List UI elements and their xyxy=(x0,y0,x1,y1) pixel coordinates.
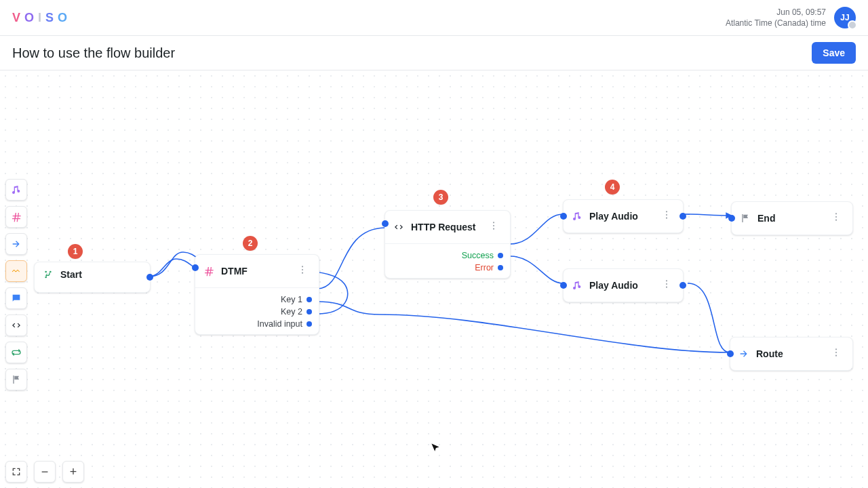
tool-audio[interactable] xyxy=(5,179,27,201)
flow-canvas[interactable]: 1234 Start DTMF Key 1 Key 2 Invalid inpu… xyxy=(0,70,868,488)
fit-button[interactable] xyxy=(5,461,27,483)
node-menu-button[interactable] xyxy=(828,209,844,228)
port-label: Key 2 xyxy=(281,307,302,317)
node-menu-button[interactable] xyxy=(828,344,844,363)
tool-rail xyxy=(5,179,26,390)
zoom-in-label: + xyxy=(70,465,77,479)
clock: Jun 05, 09:57 Atlantic Time (Canada) tim… xyxy=(726,7,826,28)
music-icon xyxy=(572,211,583,222)
music-icon xyxy=(11,184,22,195)
node-title: Play Audio xyxy=(589,280,638,291)
tool-broadcast[interactable] xyxy=(5,260,27,282)
tool-route[interactable] xyxy=(5,233,27,255)
port-out[interactable] xyxy=(146,274,153,281)
branch-icon xyxy=(43,269,54,280)
divider xyxy=(195,287,319,288)
tool-loop[interactable] xyxy=(5,342,27,363)
avatar[interactable]: JJ xyxy=(834,7,856,28)
chat-icon xyxy=(11,293,22,304)
port-in[interactable] xyxy=(727,350,734,357)
node-menu-button[interactable] xyxy=(658,276,675,295)
port-dot[interactable] xyxy=(307,309,312,314)
tool-message[interactable] xyxy=(5,287,27,309)
node-title: Start xyxy=(60,269,82,280)
node-play-audio[interactable]: Play Audio xyxy=(563,268,684,302)
port[interactable]: Invalid input xyxy=(202,319,312,329)
dots-icon xyxy=(831,347,842,358)
port-label: Key 1 xyxy=(281,295,302,304)
brand-letter: O xyxy=(24,11,37,25)
port[interactable]: Error xyxy=(392,263,503,272)
brand-letter: S xyxy=(45,11,56,25)
node-menu-button[interactable] xyxy=(294,262,311,281)
hash-icon xyxy=(11,211,22,222)
code-icon xyxy=(393,222,404,232)
port[interactable]: Success xyxy=(392,251,503,260)
brand-letter: I xyxy=(38,11,44,25)
brand-letter: O xyxy=(58,11,70,25)
tool-dtmf[interactable] xyxy=(5,206,27,228)
view-controls: − + xyxy=(5,461,84,483)
clock-time: Jun 05, 09:57 xyxy=(776,7,826,18)
arrow-r-icon xyxy=(11,239,22,249)
code-icon xyxy=(11,320,22,331)
node-menu-button[interactable] xyxy=(486,218,502,237)
account-area: Jun 05, 09:57 Atlantic Time (Canada) tim… xyxy=(726,7,856,28)
step-badge: 4 xyxy=(605,180,620,195)
app-bar: V O I S O Jun 05, 09:57 Atlantic Time (C… xyxy=(0,0,868,36)
dots-icon xyxy=(661,209,672,220)
fullscreen-icon xyxy=(11,466,22,477)
port-in[interactable] xyxy=(560,282,567,289)
flag-icon xyxy=(740,213,751,224)
port-in[interactable] xyxy=(382,220,389,227)
port-label: Success xyxy=(462,251,494,260)
clock-zone: Atlantic Time (Canada) time xyxy=(726,18,826,28)
zoom-out-button[interactable]: − xyxy=(34,461,56,483)
ports: Key 1 Key 2 Invalid input xyxy=(195,291,319,334)
step-badge: 3 xyxy=(433,190,448,205)
tool-end[interactable] xyxy=(5,369,27,390)
cursor-icon xyxy=(430,443,441,453)
port-in[interactable] xyxy=(192,264,199,271)
step-badge: 2 xyxy=(243,236,258,251)
divider xyxy=(385,243,510,244)
zoom-out-label: − xyxy=(41,465,49,479)
port-in[interactable] xyxy=(560,213,567,220)
loop-icon xyxy=(11,347,22,358)
port-dot[interactable] xyxy=(498,253,503,258)
title-bar: How to use the flow builder Save xyxy=(0,36,868,70)
page-title: How to use the flow builder xyxy=(12,45,175,61)
brand: V O I S O xyxy=(12,11,70,25)
node-start[interactable]: Start xyxy=(34,262,151,293)
music-icon xyxy=(572,280,583,291)
port[interactable]: Key 1 xyxy=(202,295,312,304)
node-title: DTMF xyxy=(221,266,248,277)
brand-letter: V xyxy=(12,11,23,25)
node-title: Route xyxy=(756,348,783,359)
node-route[interactable]: Route xyxy=(730,337,853,371)
node-play-audio[interactable]: Play Audio xyxy=(563,199,684,233)
node-end[interactable]: End xyxy=(731,201,853,235)
zoom-in-button[interactable]: + xyxy=(62,461,84,483)
ports: Success Error xyxy=(385,247,510,278)
port-out[interactable] xyxy=(679,282,686,289)
port-in[interactable] xyxy=(728,215,735,222)
port-dot[interactable] xyxy=(307,297,312,302)
port-label: Invalid input xyxy=(257,319,302,329)
dots-icon xyxy=(661,279,672,289)
port-dot[interactable] xyxy=(307,321,312,327)
step-badge: 1 xyxy=(68,244,83,259)
presence-indicator xyxy=(848,20,857,30)
node-dtmf[interactable]: DTMF Key 1 Key 2 Invalid input xyxy=(195,254,319,335)
node-menu-button[interactable] xyxy=(658,207,675,226)
save-button[interactable]: Save xyxy=(812,42,856,64)
avatar-initials: JJ xyxy=(840,13,849,22)
port-out[interactable] xyxy=(679,213,686,220)
tool-http[interactable] xyxy=(5,314,27,336)
node-http-request[interactable]: HTTP Request Success Error xyxy=(384,210,511,279)
dots-icon xyxy=(297,264,308,275)
node-title: HTTP Request xyxy=(411,222,475,232)
port-dot[interactable] xyxy=(498,265,503,270)
port[interactable]: Key 2 xyxy=(202,307,312,317)
port-label: Error xyxy=(475,263,494,272)
